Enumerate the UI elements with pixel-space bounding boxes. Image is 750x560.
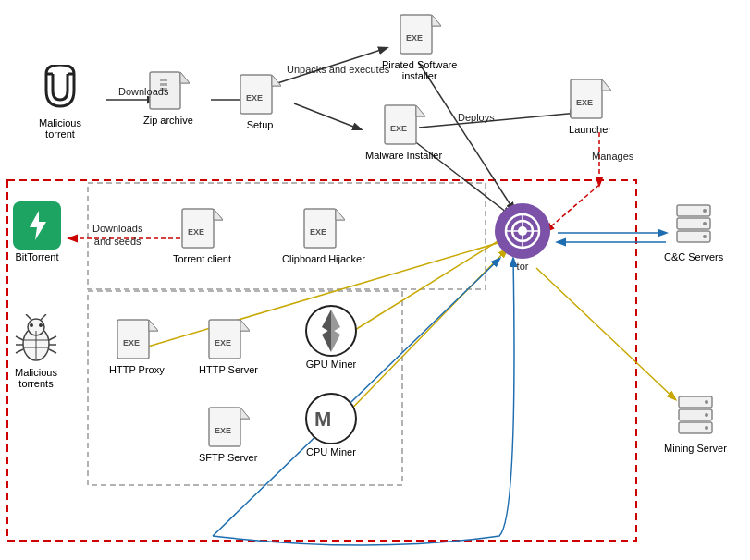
svg-text:EXE: EXE: [576, 98, 593, 107]
svg-line-63: [41, 314, 46, 320]
svg-text:EXE: EXE: [188, 227, 204, 237]
malware-installer-label: Malware Installer: [365, 150, 442, 161]
svg-point-95: [703, 209, 707, 213]
svg-point-61: [39, 323, 43, 327]
svg-marker-75: [149, 320, 158, 331]
svg-marker-88: [240, 408, 250, 419]
svg-line-6: [294, 103, 361, 129]
downloads-label: Downloads: [118, 85, 168, 98]
http-proxy-label: HTTP Proxy: [109, 364, 165, 375]
bittorrent-label: BitTorrent: [15, 251, 58, 262]
svg-marker-42: [602, 79, 611, 91]
tor-icon: tor: [495, 203, 550, 272]
pirated-software-label: Pirated Software installer: [382, 59, 457, 81]
cpu-miner-icon: M CPU Miner: [305, 393, 357, 457]
malicious-torrents-label: Malicious torrents: [15, 367, 57, 389]
svg-text:EXE: EXE: [310, 227, 326, 237]
http-proxy-icon: EXE HTTP Proxy: [109, 314, 165, 375]
malicious-torrent-icon: Malicious torrent: [37, 65, 83, 140]
svg-line-66: [16, 349, 23, 353]
sftp-server-icon: EXE SFTP Server: [199, 402, 257, 463]
cpu-miner-label: CPU Miner: [306, 446, 356, 457]
cnc-servers-icon: C&C Servers: [664, 201, 723, 262]
torrent-client-label: Torrent client: [173, 253, 231, 264]
manages-label: Manages: [592, 150, 633, 163]
malware-installer-icon: EXE Malware Installer: [365, 100, 442, 161]
unpacks-label: Unpacks and executes: [287, 63, 389, 76]
svg-line-11: [546, 185, 599, 231]
svg-text:EXE: EXE: [390, 124, 407, 133]
svg-line-67: [49, 336, 56, 340]
svg-marker-52: [214, 209, 223, 220]
diagram-svg: [0, 0, 750, 560]
svg-marker-56: [336, 209, 345, 220]
svg-point-97: [703, 235, 707, 238]
http-server-label: HTTP Server: [199, 364, 258, 375]
pirated-software-icon: EXE Pirated Software installer: [382, 9, 457, 81]
svg-marker-49: [30, 211, 46, 240]
http-server-icon: EXE HTTP Server: [199, 314, 258, 375]
svg-line-69: [49, 349, 56, 353]
setup-icon: EXE Setup: [239, 69, 281, 130]
launcher-label: Launcher: [569, 124, 611, 135]
gpu-miner-label: GPU Miner: [306, 359, 356, 370]
malicious-torrent-label: Malicious torrent: [39, 117, 81, 140]
svg-marker-30: [272, 75, 281, 86]
svg-text:M: M: [314, 408, 331, 431]
svg-marker-79: [240, 320, 250, 331]
svg-marker-38: [416, 105, 425, 116]
launcher-icon: EXE Launcher: [569, 74, 611, 135]
malicious-torrents-icon: Malicious torrents: [13, 314, 59, 389]
svg-text:EXE: EXE: [123, 338, 140, 347]
svg-point-96: [703, 222, 707, 225]
svg-text:EXE: EXE: [215, 426, 231, 435]
tor-label: tor: [517, 261, 529, 272]
mining-server-icon: Mining Server: [664, 393, 727, 454]
svg-point-103: [705, 426, 708, 430]
cnc-servers-label: C&C Servers: [664, 251, 723, 262]
svg-text:EXE: EXE: [215, 338, 231, 347]
bittorrent-icon: BitTorrent: [13, 201, 61, 262]
setup-label: Setup: [247, 119, 274, 130]
downloads-seeds-label: Downloadsand seeds: [92, 222, 142, 249]
svg-point-60: [30, 323, 33, 327]
svg-text:EXE: EXE: [406, 33, 423, 43]
svg-marker-34: [432, 15, 441, 26]
svg-point-101: [705, 400, 708, 404]
svg-line-62: [26, 314, 31, 320]
svg-line-15: [536, 268, 675, 399]
svg-line-64: [16, 336, 23, 340]
clipboard-hijacker-icon: EXE Clipboard Hijacker: [282, 203, 365, 264]
torrent-client-icon: EXE Torrent client: [173, 203, 231, 264]
svg-marker-24: [180, 72, 190, 83]
svg-rect-25: [160, 79, 167, 81]
sftp-server-label: SFTP Server: [199, 452, 257, 463]
svg-line-9: [419, 113, 578, 128]
svg-text:EXE: EXE: [246, 93, 263, 103]
clipboard-hijacker-label: Clipboard Hijacker: [282, 253, 365, 264]
svg-point-102: [705, 413, 708, 417]
zip-archive-label: Zip archive: [143, 115, 193, 126]
deploys-label: Deploys: [458, 111, 495, 124]
diagram: Malicious torrent Zip archive EXE Setup: [0, 0, 750, 560]
mining-server-label: Mining Server: [664, 443, 727, 454]
gpu-miner-icon: GPU Miner: [305, 305, 357, 370]
